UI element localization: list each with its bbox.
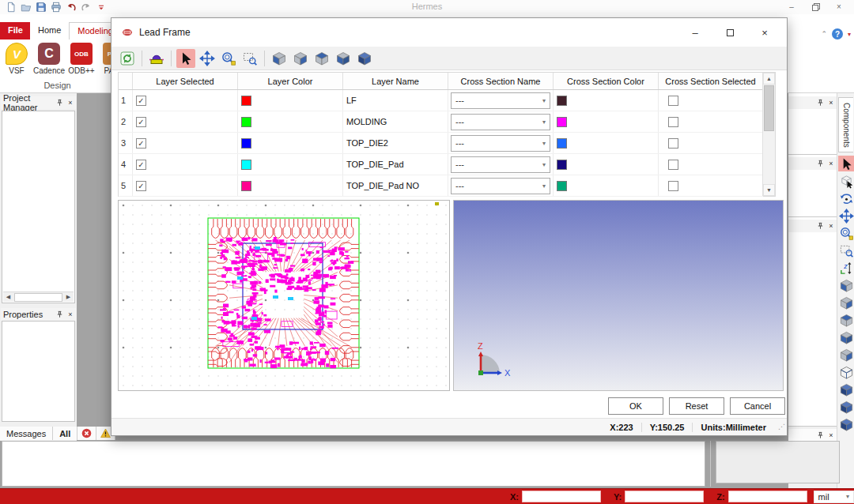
window-restore-button[interactable] [803,0,827,13]
fit-z-icon[interactable]: z [838,260,854,276]
new-document-icon[interactable] [5,2,17,13]
ribbon-tab-file[interactable]: File [0,22,30,39]
layer-color-swatch[interactable] [241,160,251,170]
import-button-odbpp[interactable]: ODBODB++ [66,41,96,75]
help-dropdown-icon[interactable]: ▾ [848,31,851,38]
close-icon[interactable]: × [65,98,76,108]
z-input[interactable] [728,491,807,502]
customize-quick-access-icon[interactable] [95,2,107,13]
cross-section-color-swatch[interactable] [557,181,567,191]
cross-section-name-select[interactable]: ---▾ [451,178,550,194]
layer-color-swatch[interactable] [241,138,251,149]
project-manager-content[interactable]: ◀ ▶ [2,111,75,303]
import-button-vsf[interactable]: VVSF [2,41,32,75]
pan-icon[interactable] [198,49,217,68]
cross-section-color-swatch[interactable] [557,138,567,149]
cancel-button[interactable]: Cancel [730,397,785,415]
layer-name-cell[interactable]: TOP_DIE_Pad [343,154,448,175]
column-header-layer-name[interactable]: Layer Name [343,73,448,89]
layer-selected-checkbox[interactable]: ✓ [136,96,146,106]
close-icon[interactable]: × [826,431,837,441]
scroll-up-icon[interactable]: ▲ [763,73,775,85]
right-panel-1-header[interactable]: × [788,96,837,109]
right-panel-4-header[interactable]: × [788,429,837,442]
view-cube-back-icon[interactable] [838,329,854,345]
dialog-minimize-button[interactable]: – [678,21,712,43]
pin-icon[interactable] [54,310,65,320]
save-icon[interactable] [35,2,47,13]
view-cube-left-icon[interactable] [838,277,854,293]
layer-selected-checkbox[interactable]: ✓ [136,138,146,149]
view-cube-top-icon[interactable] [838,312,854,328]
layer-selected-checkbox[interactable]: ✓ [136,117,146,127]
layer-name-cell[interactable]: TOP_DIE_Pad NO [343,175,448,196]
view-cube-back-icon[interactable] [334,49,353,68]
tab-messages[interactable]: Messages [0,427,53,440]
properties-content[interactable] [2,321,75,422]
ok-button[interactable]: OK [608,397,663,415]
zoom-region-icon[interactable] [838,243,854,258]
help-icon[interactable]: ? [832,28,843,39]
cross-section-name-select[interactable]: ---▾ [451,156,550,173]
column-header-layer-color[interactable]: Layer Color [238,73,343,89]
reset-button[interactable]: Reset [669,397,724,415]
open-icon[interactable] [20,2,32,13]
view-cube-top-icon[interactable] [312,49,331,68]
errors-filter-button[interactable] [77,427,96,440]
view-cube-wireframe-icon[interactable] [838,364,854,380]
leadframe-3d-view[interactable]: Z X [453,200,784,391]
bottom-right-panel[interactable] [716,441,840,483]
project-manager-hscrollbar[interactable]: ◀ ▶ [3,291,74,302]
leadframe-tool-icon[interactable] [147,49,166,68]
layer-color-swatch[interactable] [241,181,251,191]
pin-icon[interactable] [814,98,826,108]
right-panel-2-header[interactable]: × [788,157,837,170]
cross-section-selected-checkbox[interactable] [668,181,678,191]
cross-section-selected-checkbox[interactable] [668,96,678,106]
layer-name-cell[interactable]: TOP_DIE2 [343,133,448,153]
select-arrow-icon[interactable] [838,156,854,171]
x-input[interactable] [522,491,601,502]
window-minimize-button[interactable]: – [780,0,803,13]
column-header-cross-section-color[interactable]: Cross Section Color [554,73,659,89]
cross-section-color-swatch[interactable] [557,160,567,170]
column-header-layer-selected[interactable]: Layer Selected [133,73,238,89]
column-header-cross-section-name[interactable]: Cross Section Name [448,73,554,89]
scroll-left-icon[interactable]: ◀ [3,294,13,300]
view-cube-right-icon[interactable] [291,49,310,68]
select-3d-icon[interactable] [838,173,854,189]
pin-icon[interactable] [54,98,65,108]
view-cube-iso2-icon[interactable] [838,399,854,415]
close-icon[interactable]: × [826,221,837,231]
scroll-thumb[interactable] [764,85,774,131]
pan-icon[interactable] [838,208,854,224]
close-icon[interactable]: × [65,310,76,320]
cross-section-selected-checkbox[interactable] [668,117,678,127]
leadframe-2d-view[interactable] [118,200,450,391]
view-cube-iso-icon[interactable] [355,49,374,68]
pin-icon[interactable] [814,431,826,441]
layer-name-cell[interactable]: LF [343,90,448,111]
layer-selected-checkbox[interactable]: ✓ [136,181,146,191]
zoom-region-icon[interactable] [240,49,259,68]
select-arrow-icon[interactable] [176,49,195,68]
right-panel-3-header[interactable]: × [788,220,837,232]
resize-grip[interactable]: ⋰ [778,423,785,431]
cross-section-name-select[interactable]: ---▾ [451,135,550,152]
y-input[interactable] [625,491,704,502]
undo-icon[interactable] [65,2,77,13]
ribbon-tab-home[interactable]: Home [30,22,69,39]
column-header-cross-section-selected[interactable]: Cross Section Selected [659,73,763,89]
import-button-cadence[interactable]: CCadence [34,41,64,75]
redo-icon[interactable] [80,2,92,13]
properties-header[interactable]: Properties × [1,308,76,321]
cross-section-selected-checkbox[interactable] [668,138,678,149]
reload-icon[interactable] [118,49,137,68]
pin-icon[interactable] [814,159,826,169]
window-titlebar[interactable]: Hermes – × [0,0,854,14]
print-icon[interactable] [50,2,62,13]
unit-select[interactable]: mil ▾ [814,491,854,503]
zoom-icon[interactable] [838,225,854,241]
rotate-view-icon[interactable] [838,190,854,206]
project-manager-header[interactable]: Project Manager × [1,96,76,109]
